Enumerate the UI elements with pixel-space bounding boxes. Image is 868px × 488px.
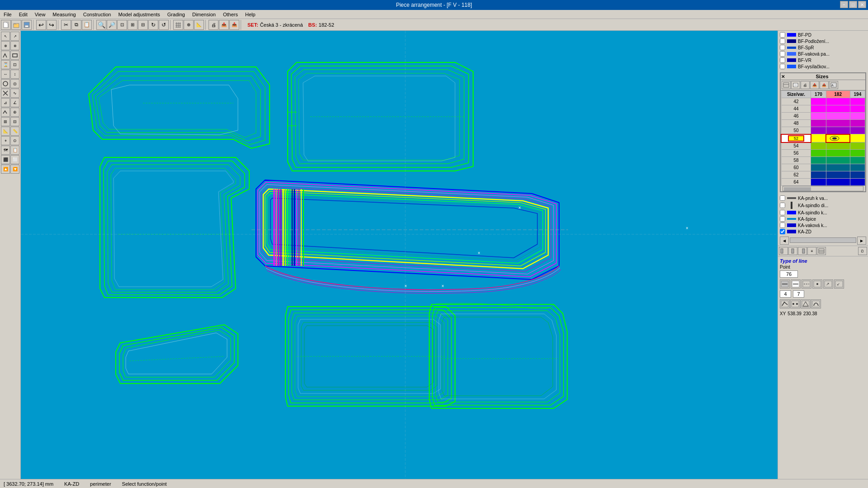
- color-42-170[interactable]: [811, 98, 826, 105]
- color-48-182[interactable]: [826, 120, 850, 127]
- menu-view[interactable]: View: [33, 11, 47, 18]
- color-56-170[interactable]: [811, 150, 826, 157]
- maximize-button[interactable]: □: [849, 1, 857, 8]
- layer-cb-bf-vysilac[interactable]: [780, 64, 785, 69]
- sz-btn-3[interactable]: 🖨: [801, 81, 810, 89]
- lt-tool4[interactable]: [10, 51, 19, 60]
- minimize-button[interactable]: −: [840, 1, 848, 8]
- lt-tool15[interactable]: [1, 108, 10, 117]
- canvas-area[interactable]: × × ×: [21, 31, 778, 479]
- lt-tool18[interactable]: ⊟: [10, 117, 19, 126]
- lt-tool13[interactable]: ⊿: [1, 98, 10, 107]
- layer-cb-bf-pd[interactable]: [780, 32, 785, 38]
- layer-cb-bf-vr[interactable]: [780, 57, 785, 63]
- layer-cb-bf-podlozeni[interactable]: [780, 38, 785, 44]
- size-52-input[interactable]: [788, 135, 804, 142]
- menu-grading[interactable]: Grading: [166, 11, 187, 18]
- color-44-170[interactable]: [811, 105, 826, 113]
- lt-tool27[interactable]: 🔼: [1, 165, 10, 174]
- color-50-182[interactable]: [826, 127, 850, 134]
- extra-tool-1[interactable]: [780, 299, 790, 308]
- tb-redo[interactable]: ↪: [47, 20, 57, 30]
- lt-tool16[interactable]: ⊛: [10, 108, 19, 117]
- lt-tool9[interactable]: [1, 79, 10, 88]
- lt-tool21[interactable]: ⌖: [1, 136, 10, 145]
- lt-tool10[interactable]: ◎: [10, 79, 19, 88]
- close-button[interactable]: ✕: [858, 1, 866, 8]
- bottom-tool-5[interactable]: [817, 247, 826, 255]
- tb-zoom-all[interactable]: ⊟: [138, 20, 148, 30]
- color-60-182[interactable]: [826, 164, 850, 171]
- menu-measuring[interactable]: Measuring: [51, 11, 77, 18]
- menu-construction[interactable]: Construction: [81, 11, 113, 18]
- lt-tool5[interactable]: ⌛: [1, 60, 10, 69]
- color-64-170[interactable]: [811, 179, 826, 186]
- menu-dimension[interactable]: Dimension: [190, 11, 218, 18]
- color-58-170[interactable]: [811, 157, 826, 164]
- menu-help[interactable]: Help: [243, 11, 257, 18]
- tb-cut[interactable]: ✂: [61, 20, 71, 30]
- tb-zoom-select[interactable]: ⊞: [128, 20, 138, 30]
- tb-save[interactable]: [22, 20, 32, 30]
- color-44-194[interactable]: [850, 105, 865, 113]
- color-50-170[interactable]: [811, 127, 826, 134]
- lt-arrow[interactable]: ↗: [10, 32, 19, 41]
- color-48-194[interactable]: [850, 120, 865, 127]
- layer-cb-ka-spinadlo-k[interactable]: [780, 210, 785, 215]
- lt-tool25[interactable]: ⬛: [1, 155, 10, 164]
- tb-zoom-out[interactable]: 🔎: [107, 20, 117, 30]
- lt-tool14[interactable]: ∠: [10, 98, 19, 107]
- extra-tool-2[interactable]: [790, 299, 800, 308]
- lt-tool19[interactable]: 📐: [1, 127, 10, 136]
- color-58-182[interactable]: [826, 157, 850, 164]
- color-54-182[interactable]: [826, 142, 850, 150]
- color-54-170[interactable]: [811, 142, 826, 150]
- tb-export[interactable]: 📤: [219, 20, 229, 30]
- bottom-tool-6[interactable]: 🗋: [858, 247, 867, 255]
- color-52-194[interactable]: [850, 134, 865, 142]
- line-tool-2[interactable]: [791, 280, 801, 289]
- lt-tool23[interactable]: 🗺: [1, 146, 10, 155]
- bottom-tool-4[interactable]: ≡: [807, 247, 816, 255]
- lt-tool17[interactable]: ⊞: [1, 117, 10, 126]
- layer-cb-ka-vakova[interactable]: [780, 223, 785, 228]
- bottom-tool-1[interactable]: [779, 247, 788, 255]
- lt-tool22[interactable]: ⊙: [10, 136, 19, 145]
- color-46-194[interactable]: [850, 113, 865, 120]
- sz-btn-4[interactable]: 📥: [810, 81, 819, 89]
- color-48-170[interactable]: [811, 120, 826, 127]
- color-60-194[interactable]: [850, 164, 865, 171]
- layer-cb-ka-spinadlo-di[interactable]: [780, 203, 785, 208]
- lt-tool20[interactable]: 📏: [10, 127, 19, 136]
- color-46-182[interactable]: [826, 113, 850, 120]
- line-tool-5[interactable]: ↗: [823, 280, 833, 289]
- lt-tool2[interactable]: ⊗: [10, 41, 19, 50]
- color-52-182[interactable]: [826, 134, 850, 142]
- tb-grid[interactable]: [173, 20, 183, 30]
- tb-print[interactable]: 🖨: [209, 20, 218, 30]
- color-62-170[interactable]: [811, 171, 826, 179]
- bottom-tool-3[interactable]: [798, 247, 807, 255]
- color-60-170[interactable]: [811, 164, 826, 171]
- lt-tool3[interactable]: [1, 51, 10, 60]
- layer-cb-bf-spr[interactable]: [780, 45, 785, 50]
- color-64-182[interactable]: [826, 179, 850, 186]
- lt-tool1[interactable]: ⊕: [1, 41, 10, 50]
- layer-cb-bf-vakova[interactable]: [780, 51, 785, 57]
- tb-rotate-cw[interactable]: ↻: [148, 20, 158, 30]
- layer-cb-ka-pruh[interactable]: [780, 195, 785, 201]
- tb-import[interactable]: 📥: [229, 20, 239, 30]
- tb-copy[interactable]: ⧉: [71, 20, 81, 30]
- color-58-194[interactable]: [850, 157, 865, 164]
- layer-cb-ka-spice[interactable]: [780, 216, 785, 222]
- tb-rotate-ccw[interactable]: ↺: [159, 20, 169, 30]
- color-62-194[interactable]: [850, 171, 865, 179]
- lt-tool26[interactable]: ⬜: [10, 155, 19, 164]
- line-tool-1[interactable]: [780, 280, 790, 289]
- bottom-tool-2[interactable]: [788, 247, 797, 255]
- color-64-194[interactable]: [850, 179, 865, 186]
- lt-tool12[interactable]: ∿: [10, 89, 19, 98]
- tb-open[interactable]: [11, 20, 21, 30]
- layer-cb-ka-zd[interactable]: [780, 229, 785, 234]
- scroll-track[interactable]: [790, 237, 856, 243]
